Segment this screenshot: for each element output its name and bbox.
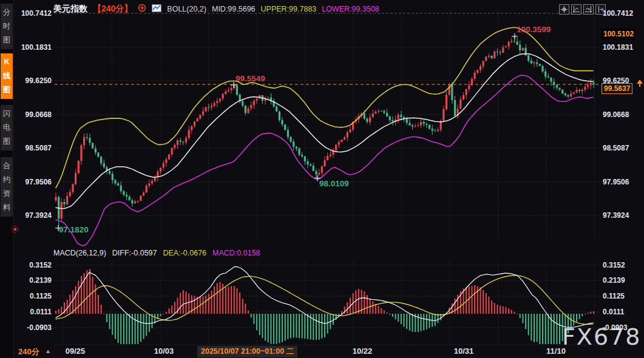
- axis-label-left: 100.7412: [18, 9, 52, 18]
- left-axis-chart-icon[interactable]: [571, 4, 581, 15]
- macd-axis-label-left: -0.0903: [18, 323, 52, 332]
- session-high-label: 100.5102: [602, 29, 636, 39]
- axis-label-left: 97.9506: [18, 178, 52, 186]
- sidebar: 分时图 K线图 闪电图 合约资料: [0, 0, 14, 358]
- macd-dea-value: DEA:-0.0676: [163, 249, 206, 257]
- sidebar-tab-kline-chart[interactable]: K线图: [1, 53, 13, 99]
- axis-label-left: 99.0668: [18, 110, 52, 119]
- macd-hist-value: MACD:0.0158: [212, 249, 260, 257]
- macd-axis-label-left: 0.1125: [18, 292, 52, 300]
- add-indicator-icon[interactable]: [138, 4, 146, 15]
- right-axis-chart-icon[interactable]: [583, 4, 594, 15]
- macd-axis-label-right: 0.2139: [603, 276, 625, 285]
- axis-label-right: 98.5087: [603, 144, 629, 152]
- axis-label-left: 97.3924: [18, 211, 52, 220]
- crosshair-time-readout: 2025/10/07 21:00~01:00 二: [197, 346, 297, 357]
- macd-axis-label-left: 0.3152: [18, 261, 52, 269]
- period-selector[interactable]: 240分: [18, 346, 39, 357]
- price-flag-icon: [636, 79, 643, 90]
- date-tick: 10/03: [154, 346, 174, 356]
- macd-axis-label-left: 0.0111: [18, 308, 52, 316]
- boll-mid-value: MID:99.5696: [212, 5, 256, 13]
- axis-label-left: 98.5087: [18, 144, 52, 152]
- macd-axis-label-left: 0.2139: [18, 276, 52, 285]
- sidebar-tab-contract-info[interactable]: 合约资料: [1, 157, 13, 217]
- trading-app: 分时图 K线图 闪电图 合约资料 美元指数 【240分】 BOLL(20,2) …: [0, 0, 644, 358]
- macd-diff-value: DIFF:-0.0597: [112, 249, 157, 257]
- macd-axis-label-right: 0.3152: [603, 261, 625, 269]
- current-price-label: 99.5637: [602, 83, 632, 94]
- axis-label-right: 100.1831: [603, 43, 633, 52]
- annotation-low: 97.1820: [59, 225, 89, 234]
- date-tick: 10/31: [454, 346, 474, 356]
- axis-label-right: 99.0668: [603, 110, 629, 119]
- axis-label-right: 97.9506: [603, 178, 629, 186]
- sidebar-tab-flash-chart[interactable]: 闪电图: [1, 105, 13, 150]
- annotation-low: 98.0109: [319, 179, 349, 188]
- axis-label-left: 100.1831: [18, 43, 52, 52]
- annotation-high: 99.5549: [236, 74, 265, 83]
- period-label: 【240分】: [93, 4, 132, 15]
- macd-params: MACD(26,12,9): [53, 249, 106, 257]
- annotation-high: 100.3599: [517, 25, 551, 34]
- chart-toolbar: [559, 4, 606, 15]
- alert-flash-icon: [11, 225, 19, 236]
- axis-label-right: 100.7412: [603, 9, 633, 18]
- boll-chart-icon[interactable]: [152, 4, 161, 15]
- boll-lower-value: LOWER:99.3508: [322, 5, 379, 13]
- boll-params: BOLL(20,2): [167, 5, 206, 13]
- sidebar-tab-time-chart[interactable]: 分时图: [1, 4, 13, 49]
- date-tick: 10/22: [353, 346, 373, 356]
- chart-header: 美元指数 【240分】 BOLL(20,2) MID:99.5696 UPPER…: [53, 3, 379, 15]
- macd-axis-label-right: 0.0111: [603, 308, 624, 316]
- macd-header: MACD(26,12,9) DIFF:-0.0597 DEA:-0.0676 M…: [53, 249, 260, 257]
- axis-label-left: 99.6250: [18, 76, 52, 85]
- date-tick: 09/25: [66, 346, 86, 356]
- symbol-name: 美元指数: [53, 4, 87, 15]
- crosshair-icon[interactable]: [559, 4, 569, 15]
- boll-upper-value: UPPER:99.7883: [261, 5, 317, 13]
- period-dropdown-icon[interactable]: ▲: [45, 348, 51, 354]
- axis-label-right: 97.3924: [603, 211, 629, 220]
- watermark: FX678: [562, 323, 641, 350]
- macd-axis-label-right: 0.1125: [603, 292, 625, 300]
